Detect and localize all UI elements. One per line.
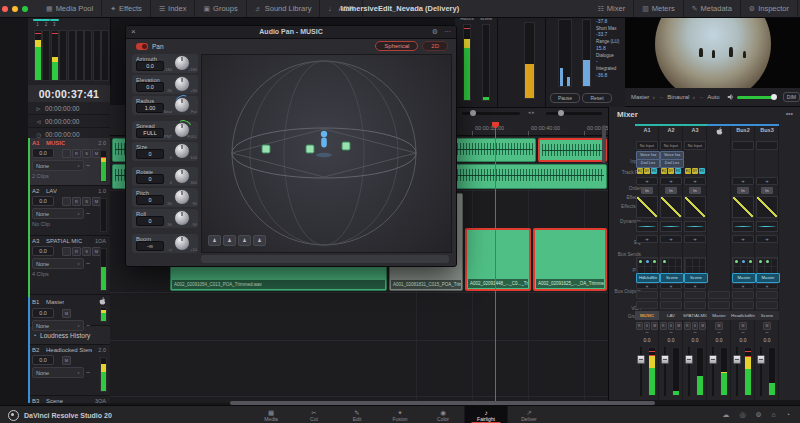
pan-mode-2d[interactable]: 2D (422, 41, 448, 51)
effects-in-button[interactable]: In (665, 187, 677, 194)
page-tab-media[interactable]: ▦Media (250, 406, 293, 423)
pause-button[interactable]: Pause (550, 93, 580, 103)
track-lock-button[interactable] (62, 197, 71, 206)
strip-gain-value[interactable]: 0.0 (636, 337, 658, 343)
track-header-b2[interactable]: B2Headlocked Stereo2.00.0MNone∨~ (28, 345, 110, 396)
fader-knob[interactable] (733, 355, 741, 364)
strip-fader[interactable] (684, 345, 706, 398)
group-cell[interactable] (708, 301, 730, 309)
eq-cell[interactable] (684, 221, 706, 232)
group-cell[interactable] (636, 301, 658, 309)
bus-output-chip[interactable]: Scene (660, 273, 684, 283)
strip-input-select[interactable]: No Input (636, 141, 658, 150)
track-input-select[interactable]: None∨ (32, 208, 84, 219)
track-fx-chip[interactable]: Dial Lev (660, 159, 684, 168)
knob-value[interactable]: 0 (136, 174, 164, 184)
dynamics-cell[interactable] (660, 196, 682, 218)
strip-automation-icon[interactable]: ~ (732, 329, 754, 335)
track-S-button[interactable]: S (82, 149, 91, 158)
strip-gain-value[interactable]: 0.0 (660, 337, 682, 343)
pan-toggle-switch[interactable] (136, 43, 148, 50)
timeline-zoom-slider[interactable] (462, 112, 520, 115)
volume-knob[interactable] (771, 94, 777, 100)
order-chip[interactable]: FX (675, 168, 681, 174)
bus-output-add-button[interactable]: + (660, 283, 682, 289)
toolbar-button-effects[interactable]: ✦Effects (102, 0, 151, 17)
pan-mode-spherical[interactable]: Spherical (375, 41, 418, 51)
toolbar-button-media-pool[interactable]: ▦Media Pool (38, 0, 102, 17)
mixer-strip-bus3[interactable]: Bus3+In+Master+SceneM~0.0 (755, 124, 779, 400)
gear-icon[interactable]: ⚙ (432, 28, 438, 36)
speaker-object-center[interactable] (306, 145, 314, 153)
strip-name[interactable]: HeadlckdStr (731, 311, 755, 320)
bus-send-add-button[interactable]: + (732, 235, 754, 243)
speaker-icon[interactable] (727, 93, 734, 101)
strip-gain-value[interactable]: 0.0 (756, 337, 778, 343)
fader-knob[interactable] (637, 355, 645, 364)
zoom-slider-knob[interactable] (470, 110, 476, 116)
vca-cell[interactable] (660, 291, 682, 299)
track-gain-value[interactable]: 0.0 (32, 308, 54, 318)
track-header-b3[interactable]: B3Scene3OA (28, 396, 110, 403)
bus-send-add-button[interactable]: + (636, 235, 658, 243)
speaker-object-right[interactable] (342, 142, 350, 150)
knob-dial[interactable] (174, 210, 190, 226)
fader-knob[interactable] (685, 355, 693, 364)
knob-value[interactable]: -∞ (136, 241, 164, 251)
track-header-a2[interactable]: A2LAV1.00.0RSMNone∨~No Clip (28, 186, 110, 236)
track-M-button[interactable]: M (62, 356, 71, 365)
track-input-select[interactable]: None∨ (32, 160, 84, 171)
strip-gain-value[interactable]: 0.0 (732, 337, 754, 343)
bus-output-chip[interactable]: Master (756, 273, 780, 283)
mixer-strip-a3[interactable]: A3No InputEQDYFX+In+Scene+SPATIALMICRSM~… (683, 124, 707, 400)
notifications-icon[interactable]: ◔ (786, 411, 790, 419)
strip-automation-icon[interactable]: ~ (708, 329, 730, 335)
monitor-dest-select[interactable]: Binaural (667, 94, 689, 100)
strip-gain-value[interactable]: 0.0 (684, 337, 706, 343)
dynamics-cell[interactable] (756, 196, 778, 218)
timeline-vertical-scrollbar[interactable] (602, 125, 606, 163)
knob-dial[interactable] (174, 168, 190, 184)
effects-in-button[interactable]: In (761, 187, 773, 194)
monitor-volume-slider[interactable] (737, 96, 778, 99)
front-view-button[interactable]: ♟ (208, 235, 221, 246)
fader-knob[interactable] (709, 355, 717, 364)
strip-fader[interactable] (636, 345, 658, 398)
vca-cell[interactable] (756, 291, 778, 299)
effects-add-button[interactable]: + (684, 177, 706, 185)
strip-input-select[interactable]: No Input (684, 141, 706, 150)
sphere-view[interactable]: ♟♟♟♟ (201, 54, 452, 253)
person-view-button[interactable]: ♟ (253, 235, 266, 246)
bus-output-add-button[interactable]: + (636, 283, 658, 289)
strip-gain-value[interactable]: 0.0 (708, 337, 730, 343)
knob-dial[interactable] (174, 235, 190, 251)
track-M-button[interactable]: M (62, 309, 71, 318)
remote-monitor-icon[interactable]: ◎ (740, 411, 746, 419)
fader-knob[interactable] (757, 355, 765, 364)
order-chip[interactable]: DY (644, 168, 650, 174)
page-tab-color[interactable]: ◉Color (422, 406, 465, 423)
toolbar-button-groups[interactable]: ▣Groups (195, 0, 246, 17)
effects-in-button[interactable]: In (737, 187, 749, 194)
strip-input-select[interactable] (732, 141, 754, 150)
bus-output-add-button[interactable]: + (756, 283, 778, 289)
bus-output-chip[interactable]: Scene (684, 273, 708, 283)
cloud-icon[interactable]: ☁ (723, 411, 730, 419)
listener-figure[interactable] (321, 131, 327, 148)
vca-cell[interactable] (636, 291, 658, 299)
toolbar-button-meters[interactable]: ▥Meters (634, 0, 684, 17)
knob-value[interactable]: 0.0 (136, 82, 164, 92)
order-chip[interactable]: EQ (637, 168, 643, 174)
group-cell[interactable] (732, 301, 754, 309)
effects-add-button[interactable]: + (660, 177, 682, 185)
bus-send-add-button[interactable]: + (756, 235, 778, 243)
home-icon[interactable]: ⌂ (772, 411, 776, 419)
strip-fader[interactable] (660, 345, 682, 398)
eq-cell[interactable] (660, 221, 682, 232)
track-input-select[interactable]: None∨ (32, 367, 84, 378)
zoom-buttons-icon[interactable]: ◂ ▸ (528, 109, 534, 115)
strip-automation-icon[interactable]: ~ (756, 329, 778, 335)
toolbar-button-metadata[interactable]: ✎Metadata (684, 0, 741, 17)
toolbar-button-sound-library[interactable]: ♬Sound Library (247, 0, 321, 17)
collaboration-icon[interactable]: ⊚ (756, 411, 762, 419)
